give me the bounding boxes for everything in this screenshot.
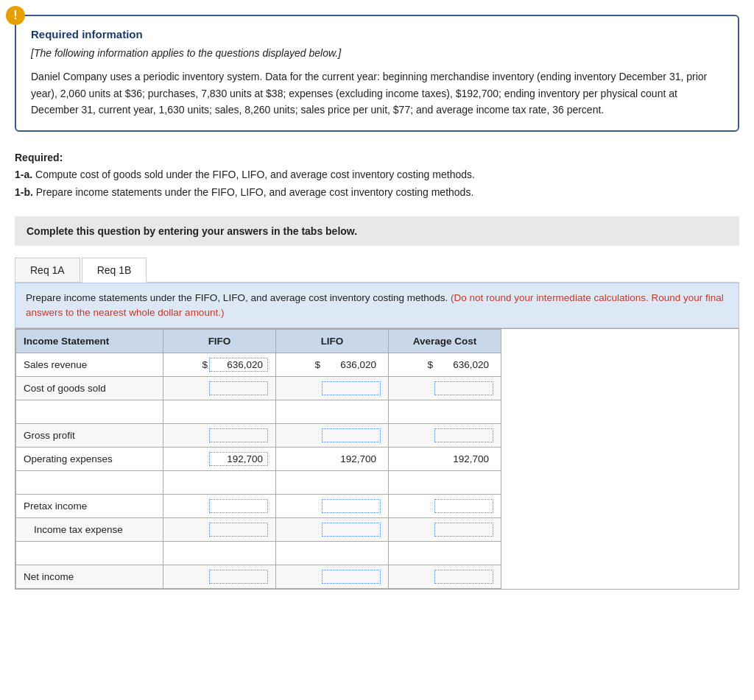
info-box-title: Required information [31, 28, 723, 40]
row-label-net-income: Net income [16, 565, 163, 589]
table-row: Income tax expense [16, 518, 501, 542]
table-row: Gross profit [16, 424, 501, 448]
cell-avg-cogs[interactable] [389, 377, 501, 400]
cell-fifo-income-tax-expense[interactable] [163, 518, 276, 542]
cell-lifo-net-income[interactable] [276, 565, 389, 589]
col-header-lifo: LIFO [276, 330, 389, 353]
table-row: Net income [16, 565, 501, 589]
col-header-avg: Average Cost [389, 330, 501, 353]
required-section: Required: 1-a. Compute cost of goods sol… [15, 149, 739, 202]
required-item-1b: 1-b. Prepare income statements under the… [15, 184, 739, 202]
warning-icon: ! [6, 6, 25, 25]
row-label-operating-expenses: Operating expenses [16, 448, 163, 471]
cell-lifo-gross-profit[interactable] [276, 424, 389, 448]
col-header-label: Income Statement [16, 330, 163, 353]
cell-fifo-pretax-income[interactable] [163, 495, 276, 518]
tab-req1a[interactable]: Req 1A [15, 258, 80, 282]
info-box-body: Daniel Company uses a periodic inventory… [31, 68, 723, 118]
table-row-separator [16, 471, 501, 495]
income-statement-table-wrapper: Income Statement FIFO LIFO Average Cost … [15, 328, 739, 590]
complete-box-text: Complete this question by entering your … [27, 225, 357, 237]
table-row: Cost of goods sold [16, 377, 501, 400]
cell-fifo-operating-expenses[interactable]: 192,700 [163, 448, 276, 471]
tabs-container: Req 1A Req 1B [15, 258, 739, 283]
col-header-fifo: FIFO [163, 330, 276, 353]
table-row: Pretax income [16, 495, 501, 518]
cell-fifo-gross-profit[interactable] [163, 424, 276, 448]
cell-lifo-operating-expenses[interactable]: 192,700 [276, 448, 389, 471]
cell-avg-pretax-income[interactable] [389, 495, 501, 518]
row-label-cogs: Cost of goods sold [16, 377, 163, 400]
cell-fifo-sales-revenue[interactable]: $ 636,020 [163, 353, 276, 377]
row-label-gross-profit: Gross profit [16, 424, 163, 448]
cell-lifo-cogs[interactable] [276, 377, 389, 400]
required-item-1a: 1-a. Compute cost of goods sold under th… [15, 166, 739, 184]
info-box-subtitle: [The following information applies to th… [31, 45, 723, 61]
instructions-text: Prepare income statements under the FIFO… [26, 292, 451, 303]
cell-lifo-pretax-income[interactable] [276, 495, 389, 518]
cell-fifo-cogs[interactable] [163, 377, 276, 400]
required-label: Required: [15, 152, 63, 163]
cell-avg-net-income[interactable] [389, 565, 501, 589]
info-box: ! Required information [The following in… [15, 15, 739, 132]
cell-lifo-sales-revenue[interactable]: $ 636,020 [276, 353, 389, 377]
table-row: Sales revenue $ 636,020 $ 636,020 $ [16, 353, 501, 377]
cell-avg-operating-expenses[interactable]: 192,700 [389, 448, 501, 471]
cell-avg-income-tax-expense[interactable] [389, 518, 501, 542]
tab-req1b[interactable]: Req 1B [82, 258, 147, 283]
row-label-sales-revenue: Sales revenue [16, 353, 163, 377]
table-row: Operating expenses 192,700 192,700 192,7… [16, 448, 501, 471]
instructions-bar: Prepare income statements under the FIFO… [15, 283, 739, 329]
row-label-income-tax-expense: Income tax expense [16, 518, 163, 542]
table-row-separator [16, 400, 501, 424]
complete-box: Complete this question by entering your … [15, 216, 739, 246]
cell-lifo-income-tax-expense[interactable] [276, 518, 389, 542]
income-statement-table: Income Statement FIFO LIFO Average Cost … [15, 329, 501, 589]
table-row-separator [16, 542, 501, 565]
cell-avg-gross-profit[interactable] [389, 424, 501, 448]
cell-avg-sales-revenue[interactable]: $ 636,020 [389, 353, 501, 377]
cell-fifo-net-income[interactable] [163, 565, 276, 589]
row-label-pretax-income: Pretax income [16, 495, 163, 518]
